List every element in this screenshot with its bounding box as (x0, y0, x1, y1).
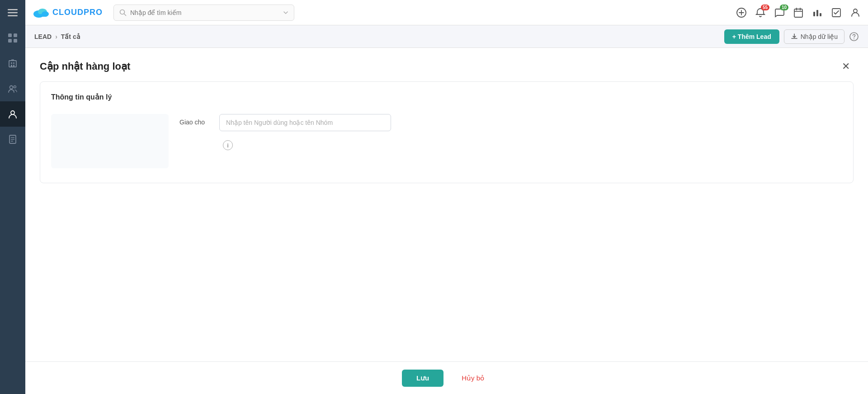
notifications-badge: 55 (761, 5, 769, 10)
svg-point-36 (854, 9, 857, 13)
search-bar[interactable] (113, 5, 294, 21)
svg-rect-1 (8, 12, 18, 14)
svg-point-14 (11, 111, 14, 114)
sidebar-item-contacts[interactable] (0, 76, 25, 101)
svg-rect-9 (13, 62, 14, 64)
svg-point-13 (14, 86, 16, 88)
svg-rect-7 (9, 61, 16, 67)
search-input[interactable] (130, 9, 279, 16)
section-title: Thông tin quản lý (40, 93, 853, 110)
svg-rect-5 (8, 39, 12, 43)
navbar: CLOUDPRO (25, 0, 868, 25)
sidebar (0, 0, 25, 394)
content-area: Cập nhật hàng loạt ✕ Thông tin quản lý G… (25, 48, 868, 394)
stats-button[interactable] (812, 7, 823, 18)
svg-point-12 (10, 86, 13, 89)
svg-rect-6 (14, 39, 17, 43)
sidebar-item-building[interactable] (0, 51, 25, 76)
modal-footer: Lưu Hủy bỏ (25, 361, 868, 394)
svg-rect-28 (794, 9, 802, 17)
svg-rect-8 (11, 62, 12, 64)
main-area: CLOUDPRO (25, 0, 868, 394)
info-icon-area: i (179, 136, 842, 150)
breadcrumb-separator: › (55, 33, 57, 40)
nhap-du-lieu-label: Nhập dữ liệu (801, 33, 838, 40)
logo: CLOUDPRO (33, 4, 103, 21)
search-icon (119, 9, 127, 16)
sidebar-item-dashboard[interactable] (0, 25, 25, 51)
giao-cho-left-area (51, 114, 169, 168)
sidebar-item-documents[interactable] (0, 127, 25, 152)
notifications-button[interactable]: 55 (755, 7, 766, 18)
logo-icon (33, 4, 50, 21)
svg-rect-22 (35, 14, 47, 17)
logo-text: CLOUDPRO (52, 8, 103, 17)
chat-button[interactable]: 10 (774, 7, 785, 18)
svg-rect-33 (816, 10, 818, 16)
svg-rect-32 (813, 12, 815, 16)
save-button[interactable]: Lưu (402, 370, 443, 387)
modal-title: Cập nhật hàng loạt (40, 61, 130, 72)
modal-header: Cập nhật hàng loạt ✕ (25, 48, 868, 81)
svg-rect-3 (8, 33, 12, 37)
svg-rect-2 (8, 15, 18, 17)
form-row-giao-cho: Giao cho i (40, 110, 853, 172)
breadcrumb-root: LEAD (34, 33, 52, 40)
calendar-button[interactable] (793, 7, 804, 18)
menu-button[interactable] (0, 0, 25, 25)
giao-cho-label: Giao cho (179, 114, 212, 126)
svg-rect-10 (11, 65, 12, 67)
subheader: LEAD › Tất cả + Thêm Lead Nhập dữ liệu (25, 25, 868, 48)
sidebar-item-leads[interactable] (0, 101, 25, 127)
add-button[interactable] (736, 7, 747, 18)
form-control-giao-cho (219, 114, 391, 131)
tasks-button[interactable] (831, 7, 842, 18)
modal-container: Cập nhật hàng loạt ✕ Thông tin quản lý G… (25, 48, 868, 394)
help-button[interactable] (849, 32, 859, 42)
svg-rect-4 (14, 33, 17, 37)
chevron-down-icon (283, 10, 288, 15)
subheader-actions: + Thêm Lead Nhập dữ liệu (724, 29, 859, 44)
them-lead-button[interactable]: + Thêm Lead (724, 29, 779, 44)
svg-point-38 (854, 38, 854, 39)
svg-rect-34 (820, 13, 821, 16)
svg-rect-11 (13, 65, 14, 67)
breadcrumb: LEAD › Tất cả (34, 33, 80, 40)
cancel-button[interactable]: Hủy bỏ (454, 370, 491, 387)
close-button[interactable]: ✕ (838, 59, 854, 74)
info-icon[interactable]: i (223, 140, 233, 150)
svg-rect-0 (8, 9, 18, 10)
nhap-du-lieu-button[interactable]: Nhập dữ liệu (784, 29, 844, 44)
section-card: Thông tin quản lý Giao cho (40, 81, 854, 183)
chat-badge: 10 (780, 5, 788, 10)
breadcrumb-current: Tất cả (61, 33, 80, 40)
svg-line-24 (124, 14, 126, 15)
download-icon (791, 33, 798, 40)
giao-cho-input[interactable] (219, 114, 391, 131)
profile-button[interactable] (850, 7, 861, 18)
navbar-right: 55 10 (736, 7, 861, 18)
